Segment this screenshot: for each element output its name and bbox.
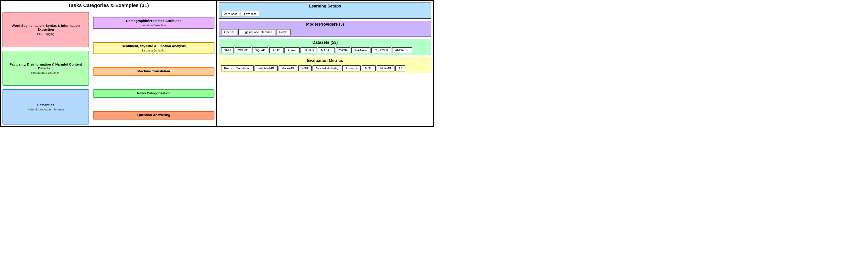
- task-box-news-categorization-title: News Categorization: [96, 91, 212, 95]
- task-box-semantics: Semantics Natural Language Inference: [2, 89, 89, 124]
- model-providers-box: Model Providers (3) OpenAI HuggingFace I…: [219, 21, 431, 37]
- task-box-question-answering: Question Answering: [93, 111, 214, 119]
- col-left: Word Segmentation, Syntax & Information …: [1, 10, 91, 126]
- chip-jaccard: Jaccard similarity: [312, 65, 341, 72]
- chip-xnli: XNLI: [221, 47, 234, 53]
- datasets-box: Datasets (53) XNLI XGLUE XQuAD ASAD Aqma…: [219, 39, 431, 55]
- task-box-factuality-sub: Propaganda Detection: [5, 71, 86, 75]
- chip-pearson: Pearson Correlation: [221, 65, 254, 72]
- model-providers-title: Model Providers (3): [219, 21, 431, 28]
- col-right: Demographic/Protected Attributes Locatio…: [91, 10, 216, 126]
- task-box-word-seg: Word Segmentation, Syntax & Information …: [2, 12, 89, 47]
- task-box-semantics-sub: Natural Language Inference: [5, 108, 86, 111]
- right-panel: Learning Setups Zero-shot Few-shot Model…: [217, 1, 433, 126]
- task-box-word-seg-sub: POS Tagging: [5, 32, 86, 36]
- task-box-sentiment-sub: Sarcasm Detection: [96, 49, 212, 52]
- task-box-factuality-title: Factuality, Disinformation & Harmful Con…: [5, 62, 86, 70]
- chip-huggingface: HuggingFace Inference: [238, 29, 275, 35]
- learning-setups-title: Learning Setups: [219, 3, 431, 9]
- chip-micro-f1: Micro-F1: [377, 65, 395, 72]
- col-right-inner: Demographic/Protected Attributes Locatio…: [91, 10, 216, 126]
- learning-setups-content: Zero-shot Few-shot: [219, 9, 431, 18]
- chip-madar: MADAR: [318, 47, 335, 53]
- task-box-word-seg-title: Word Segmentation, Syntax & Information …: [5, 24, 86, 31]
- task-box-semantics-title: Semantics: [5, 103, 86, 107]
- eval-metrics-title: Evaluation Metrics: [219, 57, 431, 64]
- task-box-factuality: Factuality, Disinformation & Harmful Con…: [2, 51, 89, 86]
- chip-conll2006: Conll2006: [371, 47, 391, 53]
- task-box-demographic-title: Demographic/Protected Attributes: [96, 19, 212, 23]
- chip-macro-f1: Macro-F1: [279, 65, 298, 72]
- chip-asad: ASAD: [269, 47, 283, 53]
- chip-anercorp: ANERcorp: [392, 47, 412, 53]
- chip-f1: F1: [395, 65, 405, 72]
- chip-sanad: SANAD: [301, 47, 317, 53]
- chip-few-shot: Few-shot: [241, 11, 259, 17]
- chip-aqmar: Aqmar: [284, 47, 299, 53]
- chip-xquad: XQuAD: [252, 47, 268, 53]
- datasets-title: Datasets (53): [219, 39, 431, 46]
- chip-wer: WER: [298, 65, 311, 72]
- task-box-news-categorization: News Categorization: [93, 89, 214, 98]
- eval-metrics-content: Pearson Correlation Weighted-F1 Macro-F1…: [219, 64, 431, 73]
- learning-setups-box: Learning Setups Zero-shot Few-shot: [219, 2, 431, 19]
- task-box-sentiment: Sentiment, Stylistic & Emotion Analysis …: [93, 42, 214, 54]
- chip-accuracy: Accuracy: [342, 65, 361, 72]
- left-panel: Tasks Categories & Examples (31) Word Se…: [1, 1, 217, 126]
- chip-weighted-f1: Weighted-F1: [254, 65, 278, 72]
- left-content: Word Segmentation, Syntax & Information …: [1, 10, 216, 126]
- chip-xglue: XGLUE: [235, 47, 251, 53]
- task-box-question-answering-title: Question Answering: [96, 113, 212, 117]
- chip-openai: OpenAI: [221, 29, 237, 35]
- chip-bleu: BLEU: [362, 65, 376, 72]
- model-providers-content: OpenAI HuggingFace Inference Petals: [219, 28, 431, 36]
- left-title: Tasks Categories & Examples (31): [1, 1, 216, 10]
- chip-zero-shot: Zero-shot: [221, 11, 240, 17]
- chip-wikinews: WikiNews: [351, 47, 370, 53]
- eval-metrics-box: Evaluation Metrics Pearson Correlation W…: [219, 57, 431, 73]
- chip-petals: Petals: [276, 29, 290, 35]
- datasets-content: XNLI XGLUE XQuAD ASAD Aqmar SANAD MADAR …: [219, 46, 431, 55]
- chip-qasr: QASR: [336, 47, 350, 53]
- task-box-machine-translation: Machine Translation: [93, 67, 214, 76]
- task-box-demographic-sub: Location Detection: [96, 24, 212, 27]
- task-box-machine-translation-title: Machine Translation: [96, 69, 212, 73]
- task-box-sentiment-title: Sentiment, Stylistic & Emotion Analysis: [96, 44, 212, 48]
- task-box-demographic: Demographic/Protected Attributes Locatio…: [93, 17, 214, 29]
